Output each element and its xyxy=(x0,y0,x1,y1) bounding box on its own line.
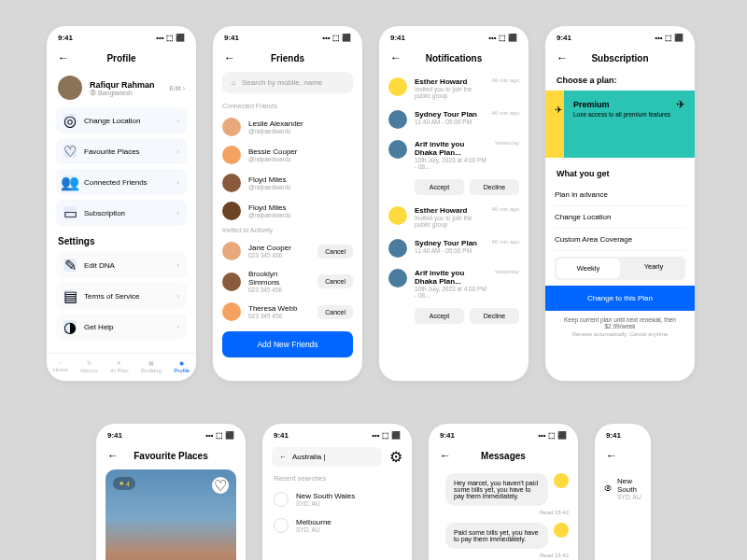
profile-header: Rafiqur Rahman ⦿ Bangladesh Edit › xyxy=(56,72,187,107)
avatar xyxy=(222,202,241,220)
chevron-right-icon: › xyxy=(176,178,179,187)
tab-history[interactable]: ↻History xyxy=(80,359,98,373)
renewal-note: Keep current plan until next renewal, th… xyxy=(555,311,685,331)
recent-item[interactable]: New South WalesSYD, AU xyxy=(262,486,412,512)
notification-item[interactable]: Sydney Tour Plan11:40 AM - 05:00 PM46 mi… xyxy=(388,105,519,134)
friend-item[interactable]: Brooklyn Simmons023 345 456Cancel xyxy=(222,265,353,298)
back-icon[interactable]: ← xyxy=(606,449,617,462)
menu-change-location[interactable]: ◎Change Location› xyxy=(56,107,187,133)
read-status: Read 15:42 xyxy=(429,510,578,519)
back-icon[interactable]: ← xyxy=(440,449,451,462)
friend-item[interactable]: Jane Cooper023 345 456Cancel xyxy=(222,237,353,265)
notifications-screen: 9:41••• ⬚ ⬛ ←Notifications Esther Howard… xyxy=(379,26,529,381)
decline-button[interactable]: Decline xyxy=(470,179,519,195)
back-icon[interactable]: ← xyxy=(557,51,568,64)
clock-icon xyxy=(274,492,289,507)
headset-icon: ◑ xyxy=(63,320,77,333)
add-friends-button[interactable]: Add New Friends xyxy=(222,331,353,357)
feature-item: Plan in advance xyxy=(555,184,685,206)
toggle-weekly[interactable]: Weekly xyxy=(557,259,620,278)
location-item[interactable]: ⦿New SouthSYD, AU xyxy=(604,477,641,500)
page-title: Subscription xyxy=(568,53,672,63)
card-icon: ▭ xyxy=(63,206,77,219)
friend-item[interactable]: Bessie Cooper@ralpaedwards xyxy=(222,141,353,169)
notification-item[interactable]: Esther HowardInvited you to join the pub… xyxy=(388,201,519,233)
connected-label: Connected Friends xyxy=(222,101,353,113)
toggle-yearly[interactable]: Yearly xyxy=(622,257,685,280)
back-icon[interactable]: ← xyxy=(279,453,287,461)
notification-item[interactable]: Arif invite you Dhaka Plan...10th July, … xyxy=(388,134,519,175)
search-icon: ⌕ xyxy=(232,78,236,87)
tab-home[interactable]: ⌂Home xyxy=(53,359,68,373)
friend-item[interactable]: Theresa Webb023 345 456Cancel xyxy=(222,298,353,326)
notification-item[interactable]: Esther HowardInvited you to join the pub… xyxy=(388,72,519,105)
rating-badge: ★ 4 xyxy=(113,477,135,490)
chevron-right-icon: › xyxy=(176,147,179,156)
recent-item[interactable]: MelbourneSYD, AU xyxy=(262,512,412,539)
renewal-subnote: Renews automatically. Cancel anytime xyxy=(555,331,685,337)
tab-booking[interactable]: ▦Booking xyxy=(141,359,162,373)
home-icon: ⌂ xyxy=(59,359,63,365)
accept-button[interactable]: Accept xyxy=(415,179,464,195)
avatar xyxy=(388,239,407,258)
edit-button[interactable]: Edit › xyxy=(170,85,185,91)
notification-item[interactable]: Sydney Tour Plan11:40 AM - 05:00 PM46 mi… xyxy=(388,233,519,263)
plan-card-basic[interactable]: ✈ xyxy=(545,91,564,158)
page-title: Friends xyxy=(235,53,340,63)
back-icon[interactable]: ← xyxy=(224,51,235,64)
menu-connected-friends[interactable]: 👥Connected Friends› xyxy=(56,169,187,195)
search-input[interactable]: ⌕Search by mobile, name xyxy=(222,72,353,93)
doc-icon: ▤ xyxy=(63,289,77,302)
page-title: Notifications xyxy=(402,53,506,63)
friends-icon: 👥 xyxy=(63,175,77,189)
plan-card-premium[interactable]: ✈ Premium Lose access to all premium fea… xyxy=(564,91,695,158)
friend-item[interactable]: Floyd Miles@ralpaedwards xyxy=(222,169,353,197)
notification-item[interactable]: Arif invite you Dhaka Plan...10th July, … xyxy=(388,263,519,304)
plane-icon: ✈ xyxy=(676,98,685,111)
chevron-right-icon: › xyxy=(176,292,179,301)
billing-toggle[interactable]: Weekly Yearly xyxy=(555,257,685,280)
cancel-button[interactable]: Cancel xyxy=(317,245,353,259)
search-screen: 9:41••• ⬚ ⬛ ←Australia | ⚙ Recent search… xyxy=(262,424,412,560)
decline-button[interactable]: Decline xyxy=(470,308,519,324)
avatar xyxy=(554,473,569,488)
search-input[interactable]: ←Australia | xyxy=(272,447,382,467)
chevron-right-icon: › xyxy=(176,117,179,125)
menu-help[interactable]: ◑Get Help› xyxy=(56,314,187,340)
friends-screen: 9:41••• ⬚ ⬛ ←Friends ⌕Search by mobile, … xyxy=(213,26,362,381)
cancel-button[interactable]: Cancel xyxy=(317,274,353,288)
change-plan-button[interactable]: Change to this Plan xyxy=(545,286,695,311)
accept-button[interactable]: Accept xyxy=(415,308,464,324)
avatar xyxy=(222,242,241,260)
status-bar: 9:41 ••• ⬚ ⬛ xyxy=(47,26,196,46)
back-icon[interactable]: ← xyxy=(390,51,402,64)
profile-screen: 9:41 ••• ⬚ ⬛ ← Profile Rafiqur Rahman ⦿ … xyxy=(47,26,196,381)
menu-subscription[interactable]: ▭Subscription› xyxy=(56,200,187,226)
place-image[interactable]: ★ 4 ♡ xyxy=(106,469,236,560)
avatar[interactable] xyxy=(58,76,82,100)
choose-plan-label: Choose a plan: xyxy=(555,72,685,91)
back-icon[interactable]: ← xyxy=(107,449,119,462)
messages-screen: 9:41••• ⬚ ⬛ ←Messages Hey marcel, you ha… xyxy=(429,424,578,560)
message-item: Paid some bills yet, you have to pay the… xyxy=(429,519,578,553)
avatar xyxy=(222,273,241,291)
heart-icon: ♡ xyxy=(63,145,77,158)
tab-bar: ⌂Home ↻History ✈AI Plan ▦Booking ◉Profil… xyxy=(47,353,196,381)
what-you-get-label: What you get xyxy=(555,165,685,184)
feature-item: Custom Area Coverage xyxy=(555,229,685,251)
tab-profile[interactable]: ◉Profile xyxy=(174,359,190,373)
page-title: Favourite Places xyxy=(119,451,223,461)
menu-favourite-places[interactable]: ♡Favourite Places› xyxy=(56,138,187,164)
menu-edit-dna[interactable]: ✎Edit DNA› xyxy=(56,252,187,278)
avatar xyxy=(388,206,407,225)
plane-icon: ✈ xyxy=(117,359,121,366)
heart-icon[interactable]: ♡ xyxy=(212,477,229,494)
avatar xyxy=(222,174,241,192)
back-icon[interactable]: ← xyxy=(58,51,69,64)
menu-terms[interactable]: ▤Terms of Service› xyxy=(56,283,187,309)
cancel-button[interactable]: Cancel xyxy=(317,305,353,319)
filter-icon[interactable]: ⚙ xyxy=(389,448,402,466)
friend-item[interactable]: Leslie Alexander@ralpaedwards xyxy=(222,113,353,141)
friend-item[interactable]: Floyd Miles@ralpaedwards xyxy=(222,197,353,225)
tab-aiplan[interactable]: ✈AI Plan xyxy=(110,359,128,373)
